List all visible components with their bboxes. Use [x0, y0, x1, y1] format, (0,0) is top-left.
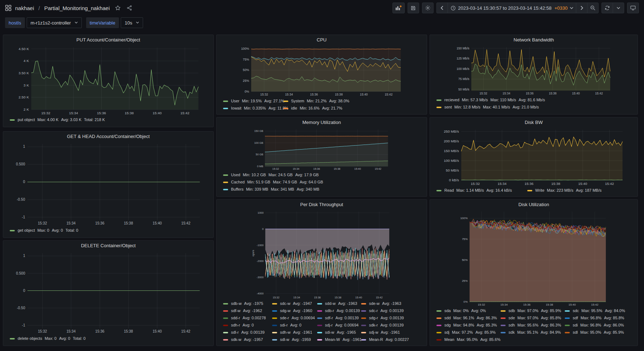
legend-item-put object[interactable]: put objectMax: 4.00 KAvg: 3.03 KTotal: 2… — [10, 117, 210, 123]
legend-item-Used[interactable]: UsedMin: 10.2 GBMax: 24.5 GBAvg: 17.9 GB — [223, 172, 423, 178]
legend-item-Buffers[interactable]: BuffersMin: 339 MBMax: 341 MBAvg: 340 MB — [223, 186, 423, 192]
legend-item-sdc-w[interactable]: sdc-wAvg: -1947 — [272, 301, 317, 307]
refresh-button[interactable] — [601, 3, 613, 13]
share-icon[interactable] — [126, 5, 132, 11]
legend-item-sdb-w[interactable]: sdb-wAvg: -1975 — [223, 301, 272, 307]
legend-item-Write[interactable]: WriteMax: 223 MB/sAvg: 187 MB/s — [527, 187, 634, 194]
legend-item-Mean[interactable]: MeanMax: 95.0%Avg: 85.6% — [436, 337, 501, 343]
variable-hostls-select[interactable]: m-r1z1s2-controller — [27, 17, 82, 28]
legend-item-get object[interactable]: get objectMax: 0Avg: 0Total: 0 — [10, 227, 210, 234]
series-name: sent — [444, 104, 452, 110]
legend-item-sde-r[interactable]: sde-rAvg: 0.00694 — [272, 315, 317, 321]
legend-item-sdg-r[interactable]: sdg-rAvg: 0.00139 — [361, 315, 423, 321]
variable-timevariable-select[interactable]: 10s — [121, 17, 143, 28]
legend-item-sdd[interactable]: sddMax: 96.1%Avg: 86.3% — [436, 315, 501, 321]
dashboard-settings-button[interactable] — [422, 3, 434, 13]
star-icon[interactable] — [115, 5, 121, 11]
legend-item-sdf-w[interactable]: sdf-wAvg: -1962 — [223, 308, 272, 314]
chart-delete[interactable]: 15:3215:3415:3615:3815:4015:4210.5000-0.… — [5, 251, 212, 335]
chart-memory[interactable]: 15:3215:3415:3615:3815:4015:42150 GB100 … — [218, 128, 425, 171]
legend-item-sde[interactable]: sdeMax: 97.0%Avg: 85.8% — [501, 315, 565, 321]
legend-item-sdi-r[interactable]: sdi-rAvg: 0 — [272, 322, 317, 328]
legend-item-Read[interactable]: ReadMax: 1.14 MB/sAvg: 16.4 kB/s — [436, 187, 527, 194]
legend-item-Mean-W[interactable]: Mean-WAvg: -1961 — [317, 337, 361, 343]
legend-item-sde-w[interactable]: sde-wAvg: -1963 — [361, 301, 423, 307]
refresh-interval-dropdown[interactable] — [613, 3, 624, 13]
legend-item-sdj[interactable]: sdjMax: 97.2%Avg: 85.9% — [436, 329, 501, 336]
legend-item-sdl-r[interactable]: sdl-rAvg: 0.00139 — [223, 329, 272, 336]
chart-per-disk-throughput[interactable]: 15:3215:3415:3615:3815:4015:4210000-1000… — [218, 210, 425, 300]
legend-item-Iowait[interactable]: IowaitMin: 0.335%Avg: 11.8% — [223, 105, 283, 111]
legend-item-sdj-r[interactable]: sdj-rAvg: 0.00694 — [317, 322, 361, 328]
panel-title[interactable]: PUT Account/Container/Object — [3, 35, 213, 45]
series-swatch — [317, 310, 322, 312]
series-stat: Avg: 85.6% — [480, 337, 501, 343]
legend-item-sdb-r[interactable]: sdb-rAvg: 0.00139 — [317, 308, 361, 314]
legend-item-sdk-w[interactable]: sdk-wAvg: -1957 — [223, 337, 272, 343]
zoom-out-time-button[interactable] — [587, 3, 599, 13]
legend-item-sdf[interactable]: sdfMax: 96.8%Avg: 85.8% — [565, 315, 634, 321]
series-stat: Avg: 64.0 GB — [299, 179, 323, 185]
chart-network-bandwidth[interactable]: 15:3215:3415:3615:3815:4015:42150 Mb/s12… — [431, 45, 636, 96]
breadcrumb-folder[interactable]: nakhaei — [15, 5, 34, 11]
legend-item-Cached[interactable]: CachedMin: 51.9 GBMax: 74.9 GBAvg: 64.0 … — [223, 179, 423, 185]
chart-get[interactable]: 15:3215:3415:3615:3815:4015:4210.5000-0.… — [5, 142, 212, 227]
panel-title[interactable]: DELETE Container/Object — [3, 241, 213, 251]
panel-title[interactable]: Network Bandwidth — [430, 35, 638, 45]
time-range-picker[interactable]: 2023-03-14 15:30:57 to 2023-03-14 15:42:… — [448, 3, 576, 13]
legend-item-sdc[interactable]: sdcMax: 95.5%Avg: 84.0% — [565, 308, 634, 314]
legend-item-sdd-r[interactable]: sdd-rAvg: 0.00278 — [223, 315, 272, 321]
legend-item-idle[interactable]: idleMin: 16.6%Avg: 21.7% — [283, 105, 423, 111]
time-shift-forward-button[interactable] — [576, 3, 587, 13]
variable-hostls-label: hostIs — [5, 17, 25, 28]
legend-item-sdk-r[interactable]: sdk-rAvg: 0.00139 — [361, 322, 423, 328]
legend-item-System[interactable]: SystemMin: 21.2%Avg: 38.0% — [283, 98, 423, 104]
legend-disk-bw: ReadMax: 1.14 MB/sAvg: 16.4 kB/sWriteMax… — [430, 187, 638, 196]
legend-item-sdl-w[interactable]: sdl-wAvg: -1959 — [272, 337, 317, 343]
legend-item-sdl[interactable]: sdlMax: 95.0%Avg: 85.9% — [565, 329, 634, 336]
chart-cpu[interactable]: 15:3215:3415:3615:3815:4015:42100%75%50%… — [218, 45, 425, 97]
legend-item-sdc-r[interactable]: sdc-rAvg: 0.00139 — [361, 308, 423, 314]
legend-per-disk-throughput: sdb-wAvg: -1975sdc-wAvg: -1947sdd-wAvg: … — [217, 300, 427, 346]
panel-title[interactable]: Disk Utilization — [430, 200, 638, 210]
series-name: get object — [18, 227, 35, 234]
legend-item-recieved[interactable]: recievedMin: 57.3 Mb/sMax: 110 Mb/sAvg: … — [436, 97, 634, 103]
legend-item-sdb[interactable]: sdbMax: 97.0%Avg: 85.9% — [501, 308, 565, 314]
legend-item-sda[interactable]: sdaMax: 0%Avg: 0% — [436, 308, 501, 314]
chart-put[interactable]: 15:3215:3415:3615:3815:4015:424.50 K4 K3… — [5, 45, 212, 116]
svg-text:15:34: 15:34 — [293, 296, 300, 299]
legend-item-sdd-w[interactable]: sdd-wAvg: -1963 — [317, 301, 361, 307]
legend-item-Mean-R[interactable]: Mean-RAvg: 0.00227 — [361, 337, 423, 343]
chart-disk-utilization[interactable]: 15:3215:3415:3615:3815:4015:42100%75%50%… — [431, 210, 636, 307]
legend-item-sdi[interactable]: sdiMax: 96.8%Avg: 86.0% — [565, 322, 634, 328]
panel-title[interactable]: CPU — [217, 35, 427, 45]
legend-item-sent[interactable]: sentMin: 12.8 Mb/sMax: 40.1 Mb/sAvg: 21.… — [436, 104, 634, 110]
legend-item-sdj-w[interactable]: sdj-wAvg: -1961 — [361, 329, 423, 336]
legend-item-sdg-w[interactable]: sdg-wAvg: -1960 — [272, 308, 317, 314]
svg-text:50%: 50% — [462, 258, 468, 262]
legend-item-User[interactable]: UserMin: 19.5%Avg: 27.1% — [223, 98, 283, 104]
legend-item-sdg[interactable]: sdgMax: 94.8%Avg: 85.3% — [436, 322, 501, 328]
chart-disk-bw[interactable]: 15:3215:3415:3615:3815:4015:42250 MB/s20… — [431, 128, 636, 187]
panel-title[interactable]: GET & HEAD Account/Container/Object — [3, 132, 213, 142]
series-stat: Max: 97.0% — [518, 315, 538, 321]
panel-title[interactable]: Disk BW — [430, 117, 638, 128]
legend-item-sdk[interactable]: sdkMax: 95.1%Avg: 84.9% — [501, 329, 565, 336]
legend-item-sdf-r[interactable]: sdf-rAvg: 0.00139 — [317, 315, 361, 321]
legend-item-delete objects[interactable]: delete objectsMax: 0Avg: 0Total: 0 — [10, 336, 210, 342]
time-shift-back-button[interactable] — [436, 3, 448, 13]
panel-title[interactable]: Per Disk Throughput — [217, 200, 427, 210]
legend-item-sdh-w[interactable]: sdh-wAvg: -1961 — [272, 329, 317, 336]
breadcrumb-dashboard[interactable]: Partial_Monitoring_nakhaei — [44, 5, 110, 11]
panel-title[interactable]: Memory Utilization — [217, 117, 427, 128]
legend-item-sdi-w[interactable]: sdi-wAvg: -1965 — [317, 329, 361, 336]
save-dashboard-button[interactable] — [408, 3, 419, 13]
legend-item-sdh[interactable]: sdhMax: 95.6%Avg: 86.3% — [501, 322, 565, 328]
apps-grid-icon[interactable] — [5, 5, 12, 11]
svg-text:100 GB: 100 GB — [254, 141, 263, 145]
add-panel-button[interactable] — [392, 3, 405, 13]
legend-disk-utilization: sdaMax: 0%Avg: 0%sdbMax: 97.0%Avg: 85.9%… — [430, 307, 638, 346]
legend-item-sdh-r[interactable]: sdh-rAvg: 0 — [223, 322, 272, 328]
kiosk-mode-button[interactable] — [627, 3, 639, 13]
series-stat: Max: 97.2% — [452, 329, 473, 336]
